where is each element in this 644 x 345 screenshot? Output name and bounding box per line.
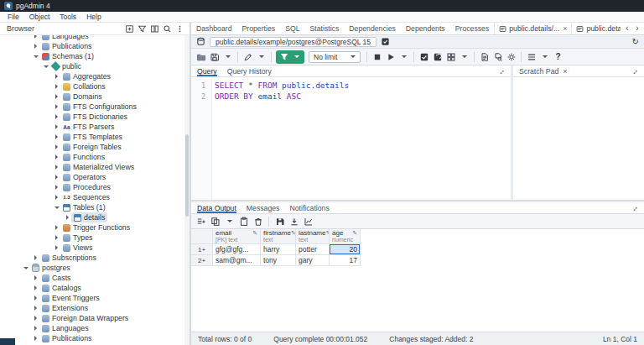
tree-chevron-icon[interactable]: [32, 44, 39, 49]
tree-item[interactable]: Extensions: [0, 303, 190, 313]
tree-chevron-icon[interactable]: [53, 134, 60, 139]
tree-item[interactable]: public: [0, 61, 190, 71]
tree-chevron-icon[interactable]: [53, 195, 60, 200]
tree-item[interactable]: Event Triggers: [0, 293, 190, 303]
query-settings-button[interactable]: [505, 50, 517, 64]
tree-chevron-icon[interactable]: [32, 275, 39, 280]
tree-item[interactable]: Trigger Functions: [0, 222, 190, 233]
graph-button[interactable]: [302, 215, 314, 228]
tree-item[interactable]: Foreign Tables: [0, 142, 190, 152]
commit-button[interactable]: [418, 50, 430, 64]
tree-chevron-icon[interactable]: [42, 65, 49, 68]
tree-chevron-icon[interactable]: [53, 235, 60, 240]
tree-chevron-icon[interactable]: [32, 316, 39, 321]
tree-item[interactable]: Casts: [0, 273, 190, 283]
tree-chevron-icon[interactable]: [53, 165, 60, 170]
macro-button[interactable]: [444, 50, 457, 64]
tree-item[interactable]: Subscriptions: [0, 253, 190, 263]
expand-panel-icon[interactable]: [629, 65, 640, 76]
column-header-firstname[interactable]: firstname text: [261, 229, 296, 244]
tree-chevron-icon[interactable]: [53, 245, 60, 250]
tree-item[interactable]: details: [0, 212, 190, 222]
tree-chevron-icon[interactable]: [32, 35, 39, 39]
sql-editor[interactable]: 1SELECT * FROM public.details 2ORDER BY …: [191, 77, 511, 200]
limit-select[interactable]: No limit: [309, 51, 361, 63]
edit-column-icon[interactable]: [352, 230, 357, 237]
tree-item[interactable]: Tables (1): [0, 202, 190, 212]
add-object-icon[interactable]: [124, 24, 135, 34]
close-tab-icon[interactable]: [562, 24, 567, 33]
main-tab[interactable]: SQL: [280, 23, 304, 34]
tree-chevron-icon[interactable]: [53, 104, 60, 109]
edit-dropdown[interactable]: [255, 50, 267, 64]
expand-panel-icon[interactable]: [629, 202, 640, 213]
filter-tree-icon[interactable]: [137, 24, 148, 34]
menu-item[interactable]: Tools: [55, 13, 81, 21]
close-scratch-pad-icon[interactable]: [563, 67, 567, 76]
tree-item[interactable]: Materialized Views: [0, 162, 190, 172]
tree-item[interactable]: Aggregates: [0, 71, 190, 81]
column-header-lastname[interactable]: lastname text: [296, 229, 330, 244]
scrollbar-thumb[interactable]: [185, 134, 189, 217]
explain-button[interactable]: [478, 50, 491, 64]
tree-item[interactable]: Languages: [0, 35, 190, 41]
tree-item[interactable]: Foreign Data Wrappers: [0, 313, 190, 323]
browser-scrollbar[interactable]: [184, 35, 190, 345]
tree-chevron-icon[interactable]: [53, 225, 60, 230]
tree-chevron-icon[interactable]: [53, 206, 60, 209]
tree-item[interactable]: Schemas (1): [0, 51, 190, 61]
macro-dropdown[interactable]: [458, 50, 470, 64]
stop-button[interactable]: [371, 50, 383, 64]
display-options-dropdown[interactable]: [538, 50, 551, 64]
main-tab[interactable]: Dashboard: [191, 23, 237, 34]
main-tab[interactable]: Dependencies: [344, 23, 401, 34]
grid-cell[interactable]: tony: [261, 255, 296, 266]
expand-panel-icon[interactable]: [496, 65, 506, 76]
main-tab[interactable]: Processes: [450, 23, 495, 34]
copy-dropdown[interactable]: [223, 215, 236, 228]
tree-item[interactable]: Operators: [0, 172, 190, 182]
grid-cell[interactable]: harry: [261, 244, 296, 255]
main-tab[interactable]: Statistics: [305, 23, 345, 34]
tree-chevron-icon[interactable]: [53, 114, 60, 119]
save-file-button[interactable]: [208, 50, 221, 64]
grid-cell[interactable]: gfg@gfg...: [213, 244, 261, 255]
delete-row-button[interactable]: [252, 215, 264, 228]
filter-dropdown[interactable]: [290, 50, 303, 64]
tree-item[interactable]: FTS Parsers: [0, 122, 190, 132]
tree-chevron-icon[interactable]: [64, 215, 71, 220]
menu-item[interactable]: Help: [81, 13, 106, 21]
execute-dropdown[interactable]: [397, 50, 410, 64]
tree-chevron-icon[interactable]: [53, 175, 60, 180]
save-results-button[interactable]: [288, 215, 300, 228]
tree-chevron-icon[interactable]: [32, 285, 39, 290]
tree-item[interactable]: Sequences: [0, 192, 190, 202]
row-number-cell[interactable]: 1+: [191, 244, 213, 255]
edit-column-icon[interactable]: [252, 230, 257, 237]
tree-item[interactable]: Publications: [0, 333, 190, 343]
row-number-cell[interactable]: 2+: [191, 255, 213, 266]
tree-item[interactable]: Views: [0, 243, 190, 253]
paste-button[interactable]: [237, 215, 250, 228]
tab-query-history[interactable]: Query History: [227, 65, 272, 76]
tree-item[interactable]: Publications: [0, 41, 190, 51]
connection-select[interactable]: public.details/example/postgres@PostgreS…: [210, 37, 377, 47]
menu-item[interactable]: Object: [24, 13, 55, 21]
menu-icon[interactable]: [174, 24, 185, 34]
tree-item[interactable]: FTS Configurations: [0, 102, 190, 112]
search-icon[interactable]: [162, 24, 173, 34]
grid-cell[interactable]: potter: [296, 244, 330, 255]
tab-query[interactable]: Query: [197, 65, 217, 76]
tree-item[interactable]: Domains: [0, 91, 190, 102]
tab-notifications[interactable]: Notifications: [289, 202, 329, 213]
column-header-email[interactable]: email [PK] text: [213, 229, 261, 244]
grid-cell-selected[interactable]: 20: [330, 244, 361, 255]
tree-item[interactable]: Languages: [0, 323, 190, 333]
filter-button[interactable]: [278, 50, 290, 64]
refresh-layout-icon[interactable]: [632, 37, 639, 46]
display-options-button[interactable]: [525, 50, 538, 64]
tree-chevron-icon[interactable]: [32, 295, 39, 301]
tree-item[interactable]: postgres: [0, 263, 190, 273]
tree-item[interactable]: Catalogs: [0, 283, 190, 293]
tab-data-output[interactable]: Data Output: [197, 202, 236, 213]
